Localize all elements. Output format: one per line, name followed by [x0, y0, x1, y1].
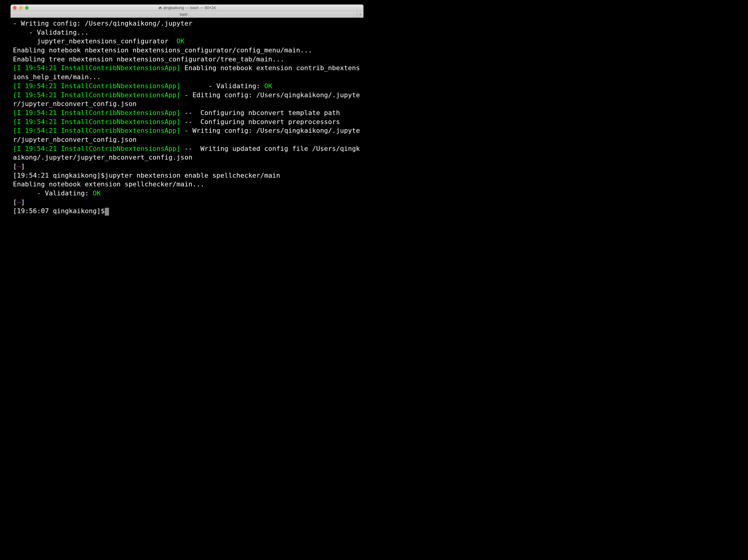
status-ok: OK [172, 37, 185, 45]
window-title: qingkaikong — bash — 80×24 [13, 5, 361, 10]
output-line: - Validating... [13, 29, 89, 36]
output-line: Enabling notebook extension spellchecker… [13, 180, 205, 188]
tab-bash[interactable]: bash [10, 11, 357, 18]
prompt-bracket: ] [21, 199, 25, 206]
prompt-path: ~ [17, 199, 21, 206]
status-ok: OK [93, 189, 101, 197]
output-line: Enabling tree nbextension nbextensions_c… [13, 55, 284, 63]
log-prefix: [I 19:54:21 InstallContribNbextensionsAp… [13, 64, 180, 72]
log-prefix: [I 19:54:21 InstallContribNbextensionsAp… [13, 109, 180, 117]
log-prefix: [I 19:54:21 InstallContribNbextensionsAp… [13, 127, 180, 134]
output-line: -- Configuring nbconvert template path [180, 109, 340, 117]
cursor [105, 208, 109, 215]
minimize-button[interactable] [19, 6, 23, 9]
window-title-text: qingkaikong — bash — 80×24 [163, 5, 216, 10]
title-bar[interactable]: qingkaikong — bash — 80×24 [10, 4, 364, 11]
maximize-button[interactable] [25, 6, 29, 9]
log-prefix: [I 19:54:21 InstallContribNbextensionsAp… [13, 118, 180, 125]
terminal-window: qingkaikong — bash — 80×24 bash + - Writ… [10, 4, 364, 267]
prompt-bracket: ] [21, 163, 25, 170]
terminal-content[interactable]: - Writing config: /Users/qingkaikong/.ju… [10, 18, 364, 267]
output-line: - Validating: [180, 82, 264, 90]
log-prefix: [I 19:54:21 InstallContribNbextensionsAp… [13, 82, 180, 90]
output-line: Enabling notebook nbextension nbextensio… [13, 46, 312, 54]
output-line: - Writing config: /Users/qingkaikong/.ju… [13, 20, 192, 27]
new-tab-button[interactable]: + [357, 11, 364, 18]
log-prefix: [I 19:54:21 InstallContribNbextensionsAp… [13, 145, 180, 153]
traffic-lights [13, 6, 29, 9]
prompt-current: [19:56:07 qingkaikong]$ [13, 207, 105, 215]
prompt-command: [19:54:21 qingkaikong]$jupyter nbextensi… [13, 171, 280, 179]
status-ok: OK [264, 82, 272, 90]
output-line: - Validating: [13, 189, 93, 197]
output-line: jupyter_nbextensions_configurator [13, 37, 172, 45]
prompt-bracket: [ [13, 199, 17, 206]
prompt-bracket: [ [13, 163, 17, 170]
tab-bar: bash + [10, 11, 364, 18]
output-line: -- Configuring nbconvert preprocessors [180, 118, 340, 125]
prompt-path: ~ [17, 163, 21, 170]
log-prefix: [I 19:54:21 InstallContribNbextensionsAp… [13, 91, 180, 99]
home-icon [158, 6, 162, 9]
close-button[interactable] [13, 6, 17, 9]
